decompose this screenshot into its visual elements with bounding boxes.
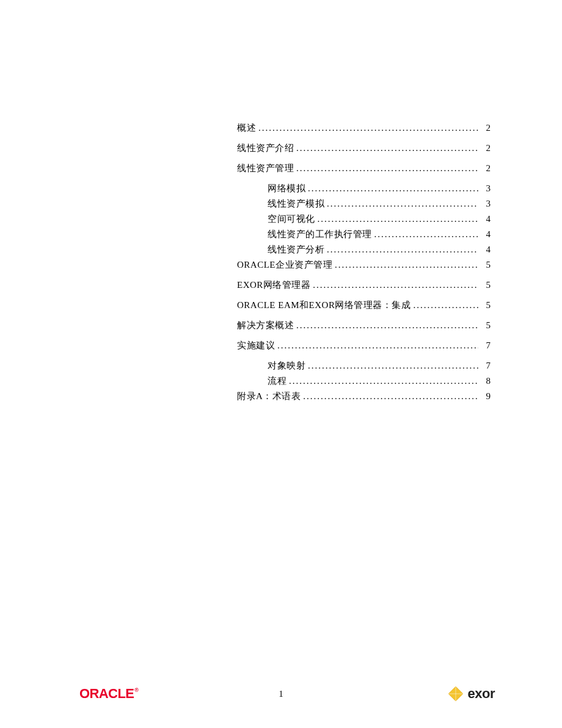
toc-label: 网络模拟 <box>268 183 305 194</box>
toc-leader-dots <box>308 183 478 194</box>
toc-leader-dots <box>327 245 478 255</box>
toc-entry: 线性资产的工作执行管理4 <box>268 229 491 240</box>
toc-entry: ORACLE企业资产管理5 <box>237 259 491 271</box>
toc-entry: 对象映射7 <box>268 360 491 372</box>
toc-label: 实施建议 <box>237 340 275 351</box>
diamond-icon <box>447 685 464 702</box>
toc-page-number: 3 <box>481 199 491 209</box>
toc-entry: ORACLE EAM和EXOR网络管理器：集成5 <box>237 300 491 311</box>
toc-page-number: 7 <box>481 340 491 351</box>
oracle-logo: ORACLE ® <box>79 686 138 702</box>
toc-entry: 线性资产介绍2 <box>237 142 491 154</box>
toc-label: 概述 <box>237 122 256 134</box>
toc-leader-dots <box>318 214 479 224</box>
toc-label: 线性资产模拟 <box>268 198 324 210</box>
toc-label: 线性资产管理 <box>237 163 294 174</box>
toc-leader-dots <box>296 320 478 331</box>
toc-page-number: 2 <box>481 143 491 153</box>
toc-page-number: 8 <box>481 376 491 386</box>
toc-entry: 线性资产管理2 <box>237 163 491 174</box>
toc-page-number: 9 <box>481 391 491 402</box>
toc-leader-dots <box>327 199 478 209</box>
toc-page-number: 5 <box>481 280 491 290</box>
toc-page-number: 5 <box>481 260 491 270</box>
toc-label: ORACLE企业资产管理 <box>237 259 332 271</box>
registered-trademark-icon: ® <box>134 687 138 693</box>
toc-entry: 实施建议7 <box>237 340 491 351</box>
toc-page-number: 5 <box>481 300 491 311</box>
exor-logo: exor <box>447 685 495 702</box>
toc-leader-dots <box>374 229 479 240</box>
oracle-logo-text: ORACLE <box>79 686 134 702</box>
toc-leader-dots <box>313 280 478 290</box>
toc-entry: 解决方案概述5 <box>237 320 491 331</box>
toc-entry: 线性资产分析4 <box>268 244 491 256</box>
toc-entry: 空间可视化4 <box>268 213 491 225</box>
toc-entry: 流程8 <box>268 375 491 387</box>
toc-page-number: 4 <box>481 229 491 240</box>
toc-entry: 线性资产模拟3 <box>268 198 491 210</box>
toc-label: EXOR网络管理器 <box>237 279 310 291</box>
toc-label: 线性资产分析 <box>268 244 324 256</box>
toc-page-number: 4 <box>481 245 491 255</box>
toc-label: 解决方案概述 <box>237 320 294 331</box>
toc-leader-dots <box>335 260 478 270</box>
toc-label: 空间可视化 <box>268 213 315 225</box>
page-footer: ORACLE ® 1 exor <box>0 685 562 702</box>
toc-entry: EXOR网络管理器5 <box>237 279 491 291</box>
toc-entry: 概述2 <box>237 122 491 134</box>
toc-leader-dots <box>308 361 478 371</box>
toc-page-number: 4 <box>481 214 491 224</box>
toc-leader-dots <box>413 300 478 311</box>
toc-label: ORACLE EAM和EXOR网络管理器：集成 <box>237 300 411 311</box>
toc-page-number: 2 <box>481 163 491 174</box>
toc-leader-dots <box>277 340 478 351</box>
toc-leader-dots <box>303 391 478 402</box>
toc-label: 流程 <box>268 375 286 387</box>
toc-label: 线性资产的工作执行管理 <box>268 229 372 240</box>
toc-leader-dots <box>258 123 478 133</box>
toc-entry: 附录A：术语表9 <box>237 391 491 402</box>
toc-page-number: 3 <box>481 183 491 194</box>
toc-label: 附录A：术语表 <box>237 391 301 402</box>
toc-page-number: 2 <box>481 123 491 133</box>
toc-entry: 网络模拟3 <box>268 183 491 194</box>
toc-page-number: 5 <box>481 320 491 331</box>
exor-logo-text: exor <box>468 686 495 702</box>
toc-leader-dots <box>296 143 478 153</box>
toc-label: 对象映射 <box>268 360 305 372</box>
toc-page-number: 7 <box>481 361 491 371</box>
toc-leader-dots <box>289 376 478 386</box>
toc-leader-dots <box>296 163 478 174</box>
table-of-contents: 概述2线性资产介绍2线性资产管理2网络模拟3线性资产模拟3空间可视化4线性资产的… <box>237 120 491 411</box>
toc-label: 线性资产介绍 <box>237 142 294 154</box>
page-number: 1 <box>279 689 283 699</box>
